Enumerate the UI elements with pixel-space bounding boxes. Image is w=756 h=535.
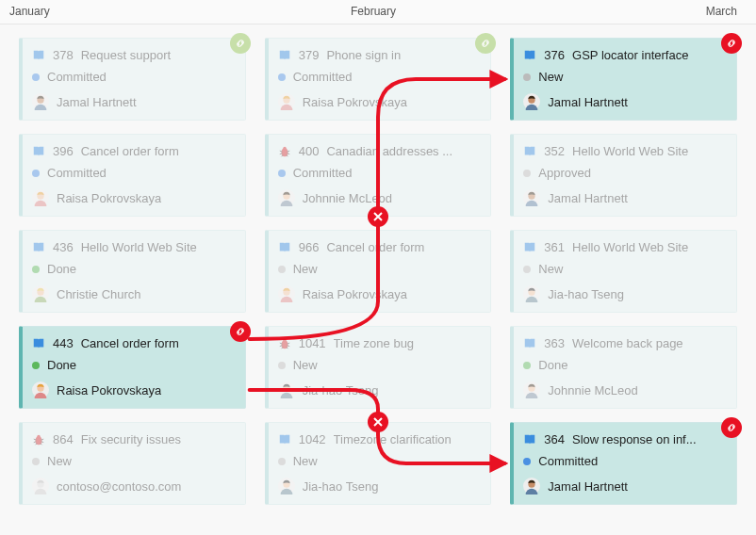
svg-point-21 [283, 338, 287, 342]
status-label: New [47, 454, 72, 468]
pbi-icon [523, 337, 536, 350]
work-item-id: 364 [544, 432, 565, 446]
card-header: 378Request support [32, 48, 234, 62]
status-row: New [523, 70, 725, 84]
assignee-name: Raisa Pokrovskaya [303, 287, 407, 301]
assignee-row: Jamal Hartnett [523, 478, 725, 494]
status-dot-icon [32, 73, 40, 81]
avatar-icon [523, 93, 540, 110]
work-item-card[interactable]: 443Cancel order formDoneRaisa Pokrovskay… [19, 326, 246, 409]
work-item-card[interactable]: 363Welcome back pageDoneJohnnie McLeod [510, 326, 737, 409]
work-item-id: 436 [53, 240, 74, 254]
status-label: Committed [293, 166, 353, 180]
status-dot-icon [32, 362, 40, 369]
dependency-link-icon[interactable] [230, 33, 251, 54]
month-january: January [0, 0, 249, 24]
card-header: 966Cancel order form [278, 240, 480, 254]
work-item-card[interactable]: 379Phone sign inCommittedRaisa Pokrovska… [265, 38, 492, 121]
status-row: Committed [278, 166, 480, 180]
card-header: 400Canadian addresses ... [278, 144, 480, 158]
work-item-card[interactable]: 400Canadian addresses ...CommittedJohnni… [265, 134, 492, 217]
work-item-title: Hello World Web Site [572, 144, 725, 158]
status-row: New [278, 454, 480, 468]
pbi-icon [278, 49, 291, 62]
pbi-icon [32, 241, 45, 254]
work-item-card[interactable]: 396Cancel order formCommittedRaisa Pokro… [19, 134, 246, 217]
assignee-name: Jia-hao Tseng [303, 479, 379, 494]
card-header: 1042Timezone clarification [278, 432, 480, 446]
work-item-card[interactable]: 352Hello World Web SiteApprovedJamal Har… [510, 134, 737, 217]
assignee-row: Jamal Hartnett [32, 93, 234, 110]
pbi-icon [32, 49, 45, 62]
status-dot-icon [278, 266, 286, 273]
work-item-card[interactable]: 378Request supportCommittedJamal Hartnet… [19, 38, 246, 121]
work-item-card[interactable]: 436Hello World Web SiteDoneChristie Chur… [19, 230, 246, 313]
avatar-icon [278, 189, 295, 206]
work-item-title: GSP locator interface [572, 48, 725, 62]
svg-point-15 [283, 146, 287, 150]
assignee-row: Jia-hao Tseng [523, 285, 725, 302]
work-item-id: 378 [53, 48, 74, 62]
pbi-icon [32, 337, 45, 350]
status-dot-icon [523, 458, 531, 465]
work-item-card[interactable]: 1041Time zone bugNewJia-hao Tseng [265, 326, 492, 409]
status-row: Committed [32, 70, 234, 84]
assignee-name: contoso@contoso.com [57, 479, 181, 494]
status-label: Done [47, 262, 76, 276]
dependency-link-icon[interactable] [230, 321, 251, 342]
status-row: Done [32, 358, 234, 372]
work-item-card[interactable]: 1042Timezone clarificationNewJia-hao Tse… [265, 422, 492, 505]
status-dot-icon [278, 73, 286, 81]
status-row: Committed [32, 166, 234, 180]
status-row: Committed [523, 454, 725, 468]
status-row: New [278, 262, 480, 276]
card-header: 363Welcome back page [523, 336, 725, 350]
assignee-row: Raisa Pokrovskaya [278, 93, 480, 110]
month-header: January February March [0, 0, 756, 24]
status-dot-icon [278, 458, 286, 465]
card-header: 1041Time zone bug [278, 336, 480, 350]
work-item-title: Hello World Web Site [572, 240, 725, 254]
status-dot-icon [32, 458, 40, 465]
dependency-link-icon[interactable] [721, 33, 742, 54]
avatar-icon [32, 93, 49, 110]
assignee-name: Jia-hao Tseng [548, 287, 624, 301]
work-item-title: Cancel order form [81, 144, 234, 158]
assignee-row: Johnnie McLeod [278, 189, 480, 206]
work-item-title: Welcome back page [572, 336, 725, 350]
work-item-card[interactable]: 361Hello World Web SiteNewJia-hao Tseng [510, 230, 737, 313]
work-item-title: Hello World Web Site [81, 240, 234, 254]
status-dot-icon [278, 362, 286, 369]
status-label: Committed [538, 454, 598, 468]
assignee-name: Jamal Hartnett [548, 479, 628, 494]
status-row: Done [32, 262, 234, 276]
dependency-link-icon[interactable] [721, 417, 742, 438]
assignee-row: Christie Church [32, 285, 234, 302]
work-item-title: Cancel order form [326, 240, 479, 254]
avatar-icon [278, 478, 295, 494]
work-item-id: 379 [299, 48, 320, 62]
plan-board: 378Request supportCommittedJamal Hartnet… [0, 24, 756, 535]
assignee-row: Jia-hao Tseng [278, 478, 480, 494]
work-item-card[interactable]: 376GSP locator interfaceNewJamal Hartnet… [510, 38, 737, 121]
status-label: Committed [47, 70, 107, 84]
work-item-id: 864 [53, 432, 74, 446]
status-row: New [32, 454, 234, 468]
dependency-link-icon[interactable] [475, 33, 496, 54]
assignee-name: Johnnie McLeod [548, 383, 637, 397]
assignee-name: Jamal Hartnett [548, 191, 628, 205]
work-item-card[interactable]: 966Cancel order formNewRaisa Pokrovskaya [265, 230, 492, 313]
work-item-card[interactable]: 864Fix security issuesNewcontoso@contoso… [19, 422, 246, 505]
work-item-id: 443 [53, 336, 74, 350]
work-item-title: Timezone clarification [334, 432, 480, 446]
work-item-card[interactable]: 364Slow response on inf...CommittedJamal… [510, 422, 737, 505]
month-march: March [498, 0, 756, 24]
assignee-row: contoso@contoso.com [32, 478, 234, 494]
work-item-title: Time zone bug [334, 336, 480, 350]
assignee-name: Raisa Pokrovskaya [57, 191, 161, 205]
assignee-name: Christie Church [57, 287, 141, 301]
bug-icon [278, 337, 291, 350]
assignee-name: Jia-hao Tseng [303, 383, 379, 397]
status-label: Done [47, 358, 76, 372]
status-dot-icon [523, 170, 531, 177]
